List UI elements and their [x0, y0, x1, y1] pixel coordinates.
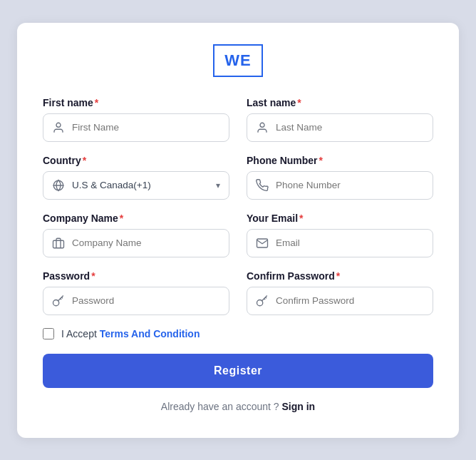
- country-select[interactable]: U.S & Canada(+1) United Kingdom(+44) Ind…: [72, 180, 209, 190]
- svg-point-5: [257, 300, 263, 305]
- password-group: Password*: [43, 270, 229, 315]
- password-label: Password*: [43, 270, 229, 282]
- svg-rect-3: [53, 240, 64, 248]
- key-icon-confirm: [256, 295, 269, 307]
- company-input-wrapper: [43, 229, 229, 257]
- terms-text: I Accept Terms And Condition: [61, 328, 200, 339]
- email-input-wrapper: [247, 229, 433, 257]
- registration-card: WE First name* Last name*: [17, 23, 459, 438]
- svg-point-0: [56, 123, 61, 127]
- signin-prompt: Already have an account ?: [161, 401, 279, 412]
- last-name-label: Last name*: [247, 97, 433, 108]
- last-name-input-wrapper: [247, 113, 433, 142]
- signin-row: Already have an account ? Sign in: [43, 401, 433, 412]
- logo-text: WE: [224, 51, 251, 70]
- signin-link[interactable]: Sign in: [282, 401, 316, 412]
- confirm-password-label: Confirm Password*: [247, 270, 433, 282]
- person-icon: [52, 121, 65, 134]
- phone-input[interactable]: [276, 180, 424, 190]
- first-name-input-wrapper: [43, 113, 229, 142]
- company-group: Company Name*: [43, 213, 229, 257]
- svg-point-4: [53, 300, 59, 305]
- first-name-label: First name*: [43, 97, 229, 108]
- person-icon-last: [256, 121, 269, 134]
- last-name-group: Last name*: [247, 97, 433, 142]
- key-icon: [52, 295, 65, 307]
- svg-point-1: [260, 123, 264, 127]
- last-name-input[interactable]: [276, 122, 424, 133]
- company-label: Company Name*: [43, 213, 229, 224]
- phone-icon: [256, 179, 269, 192]
- register-button[interactable]: Register: [43, 354, 433, 388]
- first-name-input[interactable]: [72, 122, 220, 133]
- country-select-wrapper: U.S & Canada(+1) United Kingdom(+44) Ind…: [43, 171, 229, 200]
- confirm-password-input[interactable]: [276, 295, 424, 306]
- country-group: Country* U.S & Canada(+1) United Kingdom…: [43, 155, 229, 200]
- globe-icon: [52, 179, 65, 192]
- company-input[interactable]: [72, 237, 220, 248]
- phone-input-wrapper: [247, 171, 433, 200]
- terms-link[interactable]: Terms And Condition: [100, 328, 200, 339]
- briefcase-icon: [52, 237, 65, 250]
- mail-icon: [256, 237, 269, 250]
- logo-wrapper: WE: [43, 44, 433, 77]
- chevron-down-icon: ▾: [216, 180, 220, 190]
- terms-row: I Accept Terms And Condition: [43, 328, 433, 339]
- phone-group: Phone Number*: [247, 155, 433, 200]
- email-label: Your Email*: [247, 213, 433, 224]
- email-group: Your Email*: [247, 213, 433, 257]
- form-grid: First name* Last name*: [43, 97, 433, 315]
- email-input[interactable]: [276, 237, 424, 248]
- phone-label: Phone Number*: [247, 155, 433, 166]
- logo-box: WE: [213, 44, 262, 77]
- password-input[interactable]: [72, 295, 220, 306]
- terms-checkbox[interactable]: [43, 328, 54, 339]
- confirm-password-group: Confirm Password*: [247, 270, 433, 315]
- password-input-wrapper: [43, 287, 229, 315]
- country-label: Country*: [43, 155, 229, 166]
- first-name-group: First name*: [43, 97, 229, 142]
- confirm-password-input-wrapper: [247, 287, 433, 315]
